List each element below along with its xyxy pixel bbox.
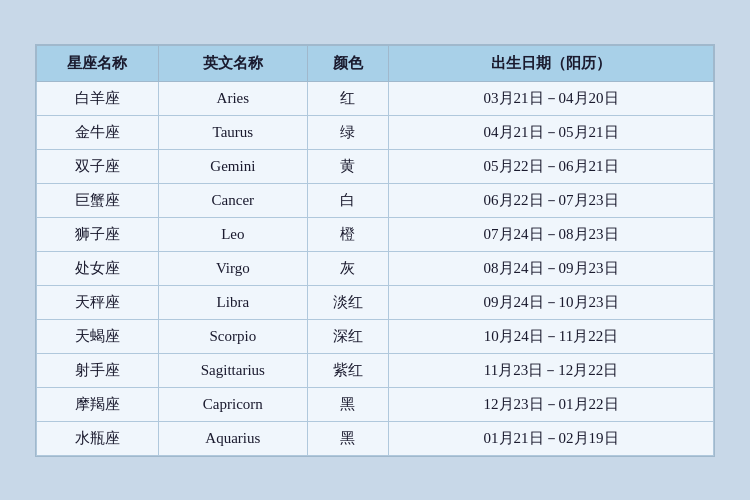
- table-row: 狮子座Leo橙07月24日－08月23日: [37, 217, 714, 251]
- cell-english: Scorpio: [158, 319, 307, 353]
- header-chinese: 星座名称: [37, 45, 159, 81]
- cell-color: 紫红: [307, 353, 388, 387]
- table-row: 射手座Sagittarius紫红11月23日－12月22日: [37, 353, 714, 387]
- cell-color: 黑: [307, 387, 388, 421]
- cell-color: 绿: [307, 115, 388, 149]
- header-color: 颜色: [307, 45, 388, 81]
- cell-chinese: 巨蟹座: [37, 183, 159, 217]
- cell-color: 红: [307, 81, 388, 115]
- cell-date: 03月21日－04月20日: [389, 81, 714, 115]
- cell-date: 12月23日－01月22日: [389, 387, 714, 421]
- table-row: 双子座Gemini黄05月22日－06月21日: [37, 149, 714, 183]
- cell-color: 灰: [307, 251, 388, 285]
- cell-date: 10月24日－11月22日: [389, 319, 714, 353]
- cell-english: Sagittarius: [158, 353, 307, 387]
- cell-chinese: 射手座: [37, 353, 159, 387]
- table-row: 天蝎座Scorpio深红10月24日－11月22日: [37, 319, 714, 353]
- table-row: 水瓶座Aquarius黑01月21日－02月19日: [37, 421, 714, 455]
- cell-english: Aries: [158, 81, 307, 115]
- header-date: 出生日期（阳历）: [389, 45, 714, 81]
- cell-chinese: 白羊座: [37, 81, 159, 115]
- cell-chinese: 双子座: [37, 149, 159, 183]
- cell-chinese: 狮子座: [37, 217, 159, 251]
- table-row: 白羊座Aries红03月21日－04月20日: [37, 81, 714, 115]
- cell-color: 黑: [307, 421, 388, 455]
- cell-chinese: 处女座: [37, 251, 159, 285]
- cell-chinese: 天蝎座: [37, 319, 159, 353]
- table-header-row: 星座名称 英文名称 颜色 出生日期（阳历）: [37, 45, 714, 81]
- cell-color: 淡红: [307, 285, 388, 319]
- cell-english: Libra: [158, 285, 307, 319]
- cell-chinese: 摩羯座: [37, 387, 159, 421]
- cell-english: Virgo: [158, 251, 307, 285]
- cell-chinese: 金牛座: [37, 115, 159, 149]
- cell-date: 07月24日－08月23日: [389, 217, 714, 251]
- cell-color: 黄: [307, 149, 388, 183]
- table-row: 天秤座Libra淡红09月24日－10月23日: [37, 285, 714, 319]
- zodiac-table: 星座名称 英文名称 颜色 出生日期（阳历） 白羊座Aries红03月21日－04…: [36, 45, 714, 456]
- header-english: 英文名称: [158, 45, 307, 81]
- cell-color: 橙: [307, 217, 388, 251]
- cell-chinese: 天秤座: [37, 285, 159, 319]
- cell-english: Leo: [158, 217, 307, 251]
- table-row: 巨蟹座Cancer白06月22日－07月23日: [37, 183, 714, 217]
- zodiac-table-container: 星座名称 英文名称 颜色 出生日期（阳历） 白羊座Aries红03月21日－04…: [35, 44, 715, 457]
- table-row: 金牛座Taurus绿04月21日－05月21日: [37, 115, 714, 149]
- cell-color: 白: [307, 183, 388, 217]
- cell-english: Gemini: [158, 149, 307, 183]
- cell-date: 06月22日－07月23日: [389, 183, 714, 217]
- cell-chinese: 水瓶座: [37, 421, 159, 455]
- cell-color: 深红: [307, 319, 388, 353]
- cell-date: 08月24日－09月23日: [389, 251, 714, 285]
- table-row: 处女座Virgo灰08月24日－09月23日: [37, 251, 714, 285]
- cell-english: Aquarius: [158, 421, 307, 455]
- cell-english: Cancer: [158, 183, 307, 217]
- cell-date: 09月24日－10月23日: [389, 285, 714, 319]
- table-row: 摩羯座Capricorn黑12月23日－01月22日: [37, 387, 714, 421]
- cell-english: Taurus: [158, 115, 307, 149]
- cell-english: Capricorn: [158, 387, 307, 421]
- cell-date: 04月21日－05月21日: [389, 115, 714, 149]
- cell-date: 11月23日－12月22日: [389, 353, 714, 387]
- cell-date: 01月21日－02月19日: [389, 421, 714, 455]
- cell-date: 05月22日－06月21日: [389, 149, 714, 183]
